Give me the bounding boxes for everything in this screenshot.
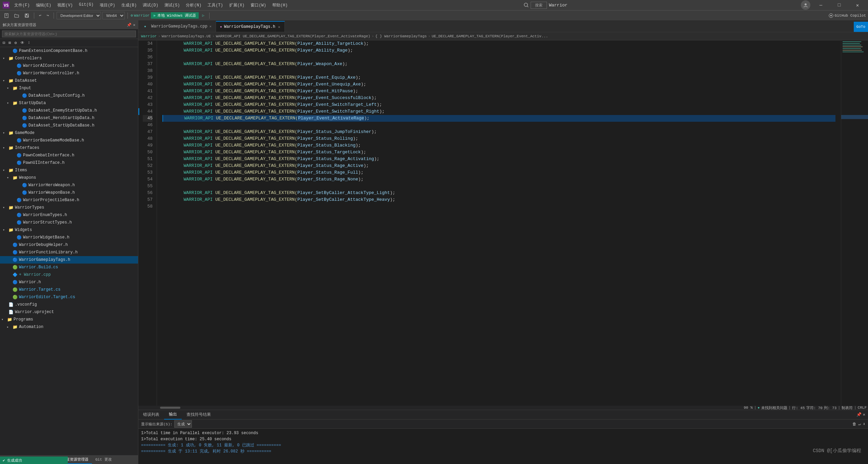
goto-button[interactable]: GoTo bbox=[854, 22, 868, 32]
sidebar-collapse-btn[interactable]: ⊟ bbox=[1, 40, 6, 46]
tree-item-warrior-h[interactable]: 🔵 Warrior.h bbox=[0, 278, 138, 286]
menu-test[interactable]: 测试(S) bbox=[162, 2, 183, 9]
tree-item-gamemode[interactable]: ▾ 📁 GameMode bbox=[0, 129, 138, 137]
folder-icon: 📁 bbox=[8, 145, 14, 151]
tree-item-input[interactable]: ▾ 📁 Input bbox=[0, 84, 138, 92]
menu-edit[interactable]: 编辑(E) bbox=[33, 2, 54, 9]
menu-git[interactable]: Git(G) bbox=[76, 2, 96, 9]
github-copilot[interactable]: GitHub Copilot bbox=[829, 13, 866, 18]
menu-build[interactable]: 生成(B) bbox=[119, 2, 140, 9]
tree-item-pawn-ui[interactable]: 🔵 PawnUIInterface.h bbox=[0, 159, 138, 167]
tree-item-programs[interactable]: ▾ 📁 Programs bbox=[0, 316, 138, 323]
editor-hscroll[interactable]: 90 % | ● 未找到相关问题 | 行: 45 字符: 70 列: 73 | … bbox=[138, 406, 868, 410]
output-word-wrap-btn[interactable]: ↵ bbox=[859, 422, 861, 427]
tree-item-warrior-target[interactable]: 🟢 Warrior.Target.cs bbox=[0, 286, 138, 293]
tab-cpp-close[interactable]: ✕ bbox=[210, 24, 212, 28]
redo-button[interactable]: ↪ bbox=[45, 13, 51, 18]
sidebar-expand-btn[interactable]: ⊞ bbox=[7, 40, 12, 46]
code-editor[interactable]: 3435363738394041424344454647484950515253… bbox=[138, 40, 868, 406]
tree-item-pawn-ext[interactable]: 🔵 PawnExtensionComponentBase.h bbox=[0, 47, 138, 55]
tree-item-warrior-debug[interactable]: 🔵 WarriorDebugHelper.h bbox=[0, 241, 138, 249]
tree-item-warrior-gameplay-tags[interactable]: 🔵 WarriorGameplayTags.h bbox=[0, 256, 138, 264]
tree-item-warrior-struct[interactable]: 🔵 WarriorStructTypes.h bbox=[0, 219, 138, 226]
tree-item-da-startup[interactable]: 🔵 DataAsset_StartUpDataBase.h bbox=[0, 122, 138, 129]
menu-file[interactable]: 文件(F) bbox=[12, 2, 33, 9]
tree-item-warrior-base-gm[interactable]: 🔵 WarriorBaseGameModeBase.h bbox=[0, 137, 138, 144]
tab-warrior-gameplay-tags-cpp[interactable]: ● WarriorGameplayTags.cpp ✕ bbox=[138, 21, 216, 32]
debug-run-icon[interactable]: ▷ bbox=[200, 13, 206, 18]
tree-item-vsconfig[interactable]: 📄 .vsconfig bbox=[0, 301, 138, 308]
tree-item-warrior-func[interactable]: 🔵 WarriorFunctionLibrary.h bbox=[0, 249, 138, 256]
menu-window[interactable]: 窗口(W) bbox=[248, 2, 269, 9]
code-content[interactable]: WARRIOR_API UE_DECLARE_GAMEPLAY_TAG_EXTE… bbox=[157, 40, 841, 406]
tab-find-symbols[interactable]: 查找符号结果 bbox=[182, 410, 216, 420]
menu-project[interactable]: 项目(P) bbox=[97, 2, 118, 9]
tab-errors[interactable]: 错误列表 bbox=[138, 410, 164, 420]
new-button[interactable] bbox=[2, 13, 11, 19]
svg-point-2 bbox=[524, 3, 528, 6]
tree-item-warrior-build[interactable]: 🟢 Warrior.Build.cs bbox=[0, 264, 138, 271]
user-avatar[interactable] bbox=[801, 0, 810, 10]
config-dropdown[interactable]: Development Editor bbox=[57, 12, 101, 19]
tab-warrior-gameplay-tags-h[interactable]: ● WarriorGameplayTags.h ✕ bbox=[216, 21, 285, 32]
tree-item-warrior-proj[interactable]: 🔵 WarriorProjectileBase.h bbox=[0, 196, 138, 204]
tab-output[interactable]: 输出 bbox=[164, 410, 182, 420]
close-button[interactable]: ✕ bbox=[850, 0, 865, 10]
tree-item-automation[interactable]: ▸ 📁 Automation bbox=[0, 323, 138, 331]
tree-item-warrior-weapon-base[interactable]: 🔵 WarriorWeaponBase.h bbox=[0, 189, 138, 196]
open-button[interactable] bbox=[12, 13, 21, 19]
tree-item-interfaces[interactable]: ▾ 📁 Interfaces bbox=[0, 144, 138, 152]
tree-item-warrior-cpp[interactable]: 🔷 + Warrior.cpp bbox=[0, 271, 138, 278]
breadcrumb-macro[interactable]: WARRIOR_API UE_DECLARE_GAMEPLAY_TAG_EXTE… bbox=[216, 34, 370, 38]
minimize-button[interactable]: — bbox=[813, 0, 829, 10]
tree-item-warrior-editor-target[interactable]: 🟢 WarriorEditor.Target.cs bbox=[0, 293, 138, 301]
output-scroll-btn[interactable]: ⬇ bbox=[863, 422, 865, 427]
menu-help[interactable]: 帮助(H) bbox=[270, 2, 291, 9]
tree-item-startup[interactable]: ▾ 📁 StartUpData bbox=[0, 99, 138, 107]
output-source-select[interactable]: 生成 bbox=[174, 420, 192, 428]
breadcrumb-namespace[interactable]: WarriorGameplayTags.UE bbox=[162, 34, 211, 38]
hscroll-thumb[interactable] bbox=[160, 407, 180, 409]
platform-dropdown[interactable]: Win64 bbox=[102, 12, 125, 19]
tree-item-dataasset[interactable]: ▾ 📁 DataAsset bbox=[0, 77, 138, 84]
panel-pin-btn[interactable]: 📌 bbox=[856, 412, 862, 417]
output-clear-btn[interactable]: 🗑 bbox=[852, 422, 856, 427]
breadcrumb-func[interactable]: { } WarriorGameplayTags bbox=[375, 34, 427, 38]
tree-item-warrior-hero-weapon[interactable]: 🔵 WarriorHeroWeapon.h bbox=[0, 181, 138, 189]
menu-tools[interactable]: 工具(T) bbox=[205, 2, 226, 9]
menu-analyze[interactable]: 分析(N) bbox=[183, 2, 204, 9]
tree-item-controllers[interactable]: ▾ 📁 Controllers bbox=[0, 55, 138, 62]
tree-item-warrior-enum[interactable]: 🔵 WarriorEnumTypes.h bbox=[0, 211, 138, 219]
tree-item-warrior-hero-ctrl[interactable]: 🔵 WarriorHeroController.h bbox=[0, 70, 138, 77]
maximize-button[interactable]: □ bbox=[831, 0, 847, 10]
title-search-placeholder[interactable]: 搜索 bbox=[531, 2, 547, 9]
tree-item-da-enemy[interactable]: 🔵 DataAsset_EnemyStartUpData.h bbox=[0, 107, 138, 114]
sidebar-view-btn[interactable]: 👁 bbox=[19, 40, 26, 46]
tree-item-warrior-widget[interactable]: 🔵 WarriorWidgetBase.h bbox=[0, 234, 138, 241]
tree-item-warrior-ai[interactable]: 🔵 WarriorAIController.h bbox=[0, 62, 138, 70]
menu-view[interactable]: 视图(V) bbox=[55, 2, 76, 9]
sidebar-filter-btn[interactable]: ⚙ bbox=[13, 40, 18, 46]
run-button[interactable]: ▶ 本地 Windows 调试器 bbox=[151, 12, 199, 19]
sidebar-close-button[interactable]: ✕ bbox=[133, 23, 135, 27]
undo-button[interactable]: ↩ bbox=[37, 13, 43, 18]
menu-debug[interactable]: 调试(D) bbox=[140, 2, 161, 9]
menu-extend[interactable]: 扩展(X) bbox=[226, 2, 248, 9]
tab-git-changes[interactable]: Git 更改 bbox=[92, 456, 115, 464]
tree-item-widgets[interactable]: ▾ 📁 Widgets bbox=[0, 226, 138, 234]
save-button[interactable] bbox=[22, 13, 31, 19]
tree-item-warrior-uproject[interactable]: 📄 Warrior.uproject bbox=[0, 308, 138, 316]
tree-item-da-input[interactable]: 🔵 DataAsset_InputConfig.h bbox=[0, 92, 138, 99]
breadcrumb-func2[interactable]: UE_DECLARE_GAMEPLAY_TAG_EXTERN(Player_Ev… bbox=[432, 34, 548, 38]
tree-label: Widgets bbox=[15, 228, 32, 232]
sidebar-search-input[interactable] bbox=[2, 31, 136, 37]
tree-item-warrior-types[interactable]: ▾ 📁 WarriorTypes bbox=[0, 204, 138, 211]
sidebar-sort-btn[interactable]: ↕ bbox=[26, 40, 32, 46]
sidebar-pin-button[interactable]: 📌 bbox=[127, 23, 132, 27]
tree-item-weapons[interactable]: ▾ 📁 Weapons bbox=[0, 174, 138, 181]
tree-item-da-hero[interactable]: 🔵 DataAsset_HeroStartUpData.h bbox=[0, 114, 138, 122]
tree-item-pawn-combat[interactable]: 🔵 PawnCombatInterface.h bbox=[0, 152, 138, 159]
tab-go-btn[interactable]: GoTo bbox=[854, 22, 868, 32]
tree-item-items[interactable]: ▾ 📁 Items bbox=[0, 167, 138, 174]
panel-close-btn[interactable]: ✕ bbox=[863, 412, 865, 417]
